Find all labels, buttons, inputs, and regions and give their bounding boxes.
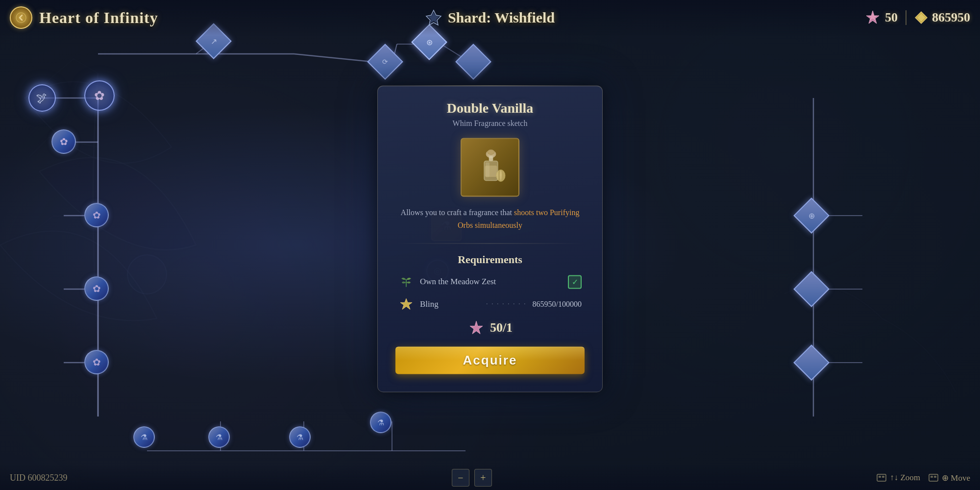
pink-star-value: 50: [885, 10, 898, 25]
node-rose-2[interactable]: ✿: [84, 203, 109, 227]
shard-title: Shard: Wishfield: [448, 9, 555, 26]
item-image-container: [395, 138, 585, 196]
item-name: Double Vanilla: [395, 100, 585, 116]
header-right: 50 865950: [864, 9, 970, 26]
cost-star-icon: [467, 319, 485, 337]
item-image: [461, 138, 519, 196]
svg-rect-40: [877, 474, 886, 481]
svg-rect-42: [882, 476, 884, 478]
node-rose-1[interactable]: ✿: [51, 129, 76, 154]
bottom-bar: UID 600825239 − + ↑↓ Zoom ⊕ Move: [0, 466, 980, 490]
requirement-row-1: Own the Meadow Zest ✓: [395, 274, 585, 290]
svg-rect-44: [931, 476, 933, 478]
zoom-plus-button[interactable]: +: [474, 469, 492, 487]
bling-icon: [399, 298, 413, 312]
zoom-hint: ↑↓ Zoom: [876, 472, 920, 483]
currency-pink-star: 50: [864, 9, 898, 26]
app-title: Heart of Infinity: [39, 9, 158, 27]
description-prefix: Allows you to craft a fragrance that: [401, 208, 514, 217]
node-right-2[interactable]: [799, 276, 824, 302]
requirements-heading: Requirements: [395, 254, 585, 267]
shard-icon: [425, 9, 442, 26]
req1-label: Own the Meadow Zest: [420, 277, 562, 287]
node-right-3[interactable]: [799, 350, 824, 375]
req2-dots: · · · · · · · ·: [486, 301, 527, 309]
item-description: Allows you to craft a fragrance that sho…: [395, 206, 585, 231]
node-bottom-4[interactable]: ⚗: [370, 412, 392, 433]
move-hint-label: ⊕ Move: [942, 473, 970, 483]
node-rose-3[interactable]: ✿: [84, 276, 109, 301]
currency-gold-diamond: 865950: [914, 10, 970, 25]
hint-area: ↑↓ Zoom ⊕ Move: [876, 472, 970, 483]
zoom-hint-label: ↑↓ Zoom: [890, 473, 920, 483]
meadow-zest-icon: [399, 275, 414, 290]
node-rose-center[interactable]: ✿: [84, 80, 115, 111]
node-bottom-2[interactable]: ⚗: [208, 426, 230, 448]
cost-value: 50/1: [490, 321, 513, 336]
req1-icon: [398, 274, 414, 290]
currency-divider: [906, 10, 906, 25]
svg-rect-45: [934, 476, 936, 478]
req2-icon: [398, 297, 414, 313]
keyboard-icon-zoom: [876, 472, 887, 483]
node-bottom-3[interactable]: ⚗: [289, 426, 311, 448]
node-rose-4[interactable]: ✿: [84, 350, 109, 374]
node-right-1[interactable]: ⊕: [799, 203, 824, 228]
node-top-4[interactable]: [461, 49, 486, 74]
header-center: Shard: Wishfield: [425, 9, 555, 26]
pink-star-icon: [864, 9, 881, 26]
cost-pink-star-icon: [468, 320, 485, 337]
section-divider: [395, 244, 585, 244]
header: Heart of Infinity Shard: Wishfield 50 86…: [0, 0, 980, 35]
acquire-button[interactable]: Acquire: [395, 347, 585, 374]
svg-marker-38: [400, 299, 412, 310]
item-popup: Double Vanilla Whim Fragrance sketch: [377, 85, 603, 392]
requirement-row-2: Bling · · · · · · · · 865950/100000: [395, 297, 585, 313]
req2-label: Bling: [420, 300, 480, 310]
gold-value: 865950: [932, 10, 970, 25]
node-top-2[interactable]: ⟳: [372, 49, 398, 74]
uid-label: UID 600825239: [10, 473, 68, 483]
svg-rect-41: [879, 476, 881, 478]
keyboard-icon-move: [928, 472, 939, 483]
svg-rect-43: [929, 474, 938, 481]
back-button[interactable]: [10, 6, 32, 29]
move-hint: ⊕ Move: [928, 472, 970, 483]
item-type: Whim Fragrance sketch: [395, 119, 585, 128]
svg-marker-39: [470, 321, 483, 334]
zoom-minus-button[interactable]: −: [452, 469, 469, 487]
req1-check: ✓: [568, 275, 582, 289]
gold-diamond-icon: [914, 11, 928, 24]
header-left: Heart of Infinity: [10, 6, 158, 29]
acquire-label: Acquire: [463, 353, 517, 368]
svg-point-22: [16, 13, 26, 23]
node-bird[interactable]: 🕊: [28, 84, 56, 112]
svg-point-0: [127, 255, 167, 294]
req2-value: 865950/100000: [533, 300, 582, 309]
map-controls: − +: [452, 469, 492, 487]
node-bottom-1[interactable]: ⚗: [133, 426, 155, 448]
cost-row: 50/1: [395, 319, 585, 337]
